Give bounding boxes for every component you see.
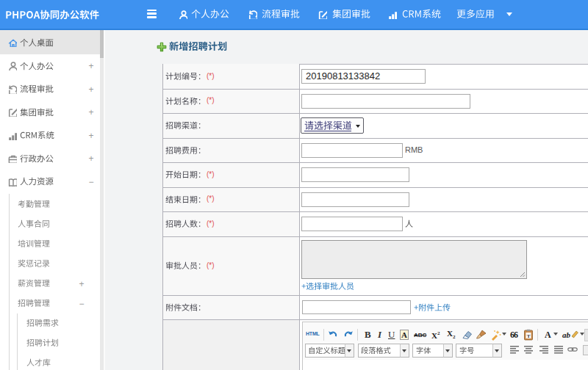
svg-text:T: T <box>527 333 531 339</box>
